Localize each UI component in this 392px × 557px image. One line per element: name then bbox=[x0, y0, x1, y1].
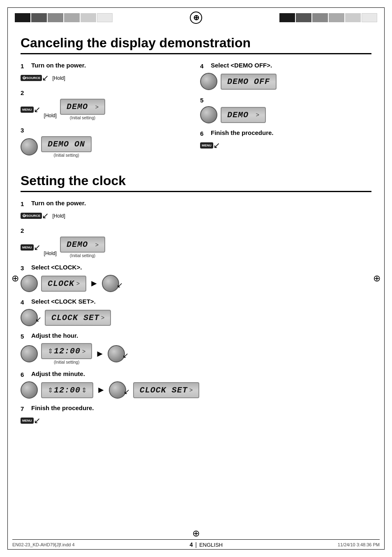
section1-col-right: 4 Select <DEMO OFF>. DEMO OFF 5 bbox=[200, 62, 371, 163]
color-blocks-left bbox=[15, 13, 113, 22]
page-border-right bbox=[384, 7, 385, 550]
clock-step5-knob2[interactable]: ↙ bbox=[108, 345, 129, 362]
clock-step5-display-wrap: ⇕ 12:00 > (Initial setting) bbox=[41, 343, 92, 364]
clock-step3-display-text: CLOCK bbox=[48, 279, 74, 288]
clock-step2: 2 MENU ↙ [Hold] DEMO > (Initial setting) bbox=[21, 226, 371, 258]
clock-step4-display: CLOCK SET > bbox=[45, 310, 111, 326]
main-content: Canceling the display demonstration 1 Tu… bbox=[0, 27, 392, 443]
clock-step6-knob[interactable] bbox=[21, 381, 38, 399]
clock-step5-arrow: > bbox=[82, 348, 85, 355]
step3-initial: (Initial setting) bbox=[41, 153, 92, 158]
step4-knob[interactable] bbox=[200, 73, 217, 90]
clock-step7-controls: MENU ↙ bbox=[21, 415, 371, 425]
menu-cursor-s1: ↙ bbox=[34, 104, 41, 114]
step3-controls: DEMO ON (Initial setting) bbox=[21, 136, 192, 158]
clock-step5-adjust-icon: ⇕ bbox=[48, 347, 53, 355]
clock-step2-hold: [Hold] bbox=[44, 251, 57, 258]
step1-label: Turn on the power. bbox=[31, 62, 192, 69]
compass-left: ⊕ bbox=[12, 273, 19, 284]
clock-step3-label: Select <CLOCK>. bbox=[31, 264, 371, 271]
clock-step4-knob[interactable]: ↙ bbox=[21, 309, 42, 326]
clock-step3-header: 3 Select <CLOCK>. bbox=[21, 264, 371, 272]
compass-right: ⊕ bbox=[373, 273, 380, 284]
color-block-black-r1 bbox=[279, 13, 295, 22]
step3-display: DEMO ON bbox=[41, 136, 92, 152]
step3: 3 DEMO ON (Initial setting) bbox=[21, 126, 192, 158]
clock-step6-display2: CLOCK SET > bbox=[133, 382, 199, 398]
menu-button-clock2[interactable]: MENU ↙ bbox=[21, 242, 41, 252]
color-blocks-right bbox=[279, 13, 377, 22]
clock-step2-display: DEMO > bbox=[60, 237, 105, 253]
clock-step3-hand: ↙ bbox=[117, 281, 123, 290]
clock-step6-display2-text: CLOCK SET bbox=[140, 385, 188, 395]
step4: 4 Select <DEMO OFF>. DEMO OFF bbox=[200, 62, 371, 90]
section2: Setting the clock 1 Turn on the power. ⏻… bbox=[21, 173, 371, 425]
footer-lang: ENGLISH bbox=[199, 542, 223, 548]
clock-step4-num: 4 bbox=[21, 298, 29, 306]
clock-step2-num: 2 bbox=[21, 226, 29, 234]
color-block-lgray-r4 bbox=[329, 13, 344, 22]
menu-button-clock-finish[interactable]: MENU ↙ bbox=[21, 415, 41, 425]
menu-button-s1-finish[interactable]: MENU ↙ bbox=[200, 140, 220, 150]
step6-header: 6 Finish the procedure. bbox=[200, 129, 371, 138]
clock-step2-arrow: > bbox=[95, 241, 99, 248]
step5-header: 5 bbox=[200, 96, 371, 104]
page-border-bottom bbox=[7, 549, 385, 550]
step3-header: 3 bbox=[21, 126, 192, 134]
source-cursor-clock: ↙ bbox=[42, 211, 49, 220]
step2-controls: MENU ↙ [Hold] DEMO > (Initial setting) bbox=[21, 99, 192, 120]
page-border-left bbox=[7, 7, 8, 550]
section1-col-left: 1 Turn on the power. ⏻/SOURCE ↙ [Hold] bbox=[21, 62, 192, 163]
clock-step6-label: Adjust the minute. bbox=[31, 370, 371, 377]
step3-display-text: DEMO ON bbox=[48, 139, 85, 149]
compass-icon-top: ⊕ bbox=[190, 12, 202, 24]
clock-step5: 5 Adjust the hour. ⇕ 12:00 > (Initial se… bbox=[21, 332, 371, 364]
menu-button-s1[interactable]: MENU ↙ bbox=[21, 104, 41, 114]
clock-step2-display-text: DEMO bbox=[67, 240, 88, 249]
color-block-xlgray bbox=[81, 13, 96, 22]
page-footer: EN02-23_KD-AHD79[J]f.indd 4 4 | ENGLISH … bbox=[12, 539, 380, 548]
step4-header: 4 Select <DEMO OFF>. bbox=[200, 62, 371, 70]
step6-controls: MENU ↙ bbox=[200, 140, 371, 150]
source-button-clock[interactable]: ⏻/SOURCE ↙ bbox=[21, 211, 49, 220]
step6: 6 Finish the procedure. MENU ↙ bbox=[200, 129, 371, 150]
color-block-mgray-r3 bbox=[312, 13, 328, 22]
clock-step3-knob[interactable] bbox=[21, 275, 38, 292]
clock-step5-initial: (Initial setting) bbox=[41, 360, 92, 364]
step4-label: Select <DEMO OFF>. bbox=[211, 62, 371, 69]
clock-step6-display-text: 12:00 bbox=[54, 385, 81, 395]
step5-knob[interactable] bbox=[200, 106, 217, 123]
clock-step5-label: Adjust the hour. bbox=[31, 332, 371, 339]
footer-file-info: EN02-23_KD-AHD79[J]f.indd 4 bbox=[12, 542, 75, 547]
clock-step7-num: 7 bbox=[21, 404, 29, 412]
clock-step3-arrow: > bbox=[76, 280, 80, 287]
clock-step5-knob[interactable] bbox=[21, 345, 38, 362]
clock-step1-header: 1 Turn on the power. bbox=[21, 200, 371, 208]
step4-num: 4 bbox=[200, 62, 208, 70]
clock-step3-display: CLOCK > bbox=[41, 276, 86, 292]
clock-step4-controls: ↙ CLOCK SET > bbox=[21, 309, 371, 326]
step2-display-wrap: DEMO > (Initial setting) bbox=[60, 99, 105, 120]
clock-step5-controls: ⇕ 12:00 > (Initial setting) ► ↙ bbox=[21, 343, 371, 364]
step2: 2 MENU ↙ [Hold] DEMO > bbox=[21, 88, 192, 120]
clock-step6-knob2[interactable]: ↙ bbox=[109, 381, 130, 399]
step2-initial: (Initial setting) bbox=[60, 116, 105, 120]
step2-display: DEMO > bbox=[60, 99, 105, 115]
color-block-white-r6 bbox=[362, 13, 377, 22]
step2-header: 2 bbox=[21, 88, 192, 96]
clock-step1-num: 1 bbox=[21, 200, 29, 207]
color-block-lgray bbox=[64, 13, 80, 22]
menu-finish-label: MENU bbox=[200, 142, 213, 149]
source-cursor: ↙ bbox=[42, 73, 49, 83]
step4-display-text: DEMO OFF bbox=[227, 77, 270, 86]
step2-display-arrow: > bbox=[95, 104, 99, 110]
clock-step5-display: ⇕ 12:00 > bbox=[41, 343, 92, 359]
color-block-xlgray-r5 bbox=[345, 13, 361, 22]
source-btn-clock: ⏻/SOURCE bbox=[21, 213, 42, 219]
source-button[interactable]: ⏻/SOURCE ↙ bbox=[21, 73, 49, 83]
step3-knob[interactable] bbox=[21, 138, 38, 155]
clock-step6-adjust-icon2: ⇕ bbox=[81, 386, 87, 394]
section1-title: Canceling the display demonstration bbox=[21, 35, 371, 51]
clock-step3-knob2[interactable]: ↙ bbox=[102, 275, 123, 292]
section2-divider bbox=[21, 191, 371, 192]
